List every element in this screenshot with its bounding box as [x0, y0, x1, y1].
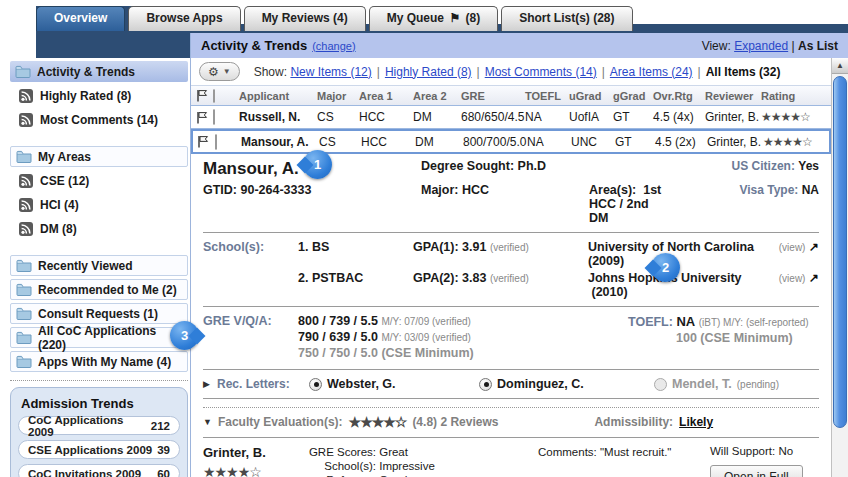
sidebar-item-dm[interactable]: DM (8) [13, 218, 188, 239]
table-header: Applicant Major Area 1 Area 2 GRE TOEFL … [191, 85, 831, 106]
row-checkbox[interactable] [215, 134, 217, 150]
view-switcher: View: Expanded | As List [702, 39, 838, 53]
radio-unchecked-icon[interactable] [654, 378, 667, 391]
toefl-minimum: 100 (CSE Minimum) [676, 331, 819, 345]
callout-2: 2 [651, 253, 680, 282]
divider [203, 437, 819, 438]
rec-letter-webster[interactable]: Webster, G. [309, 377, 479, 391]
radio-checked-icon[interactable] [479, 378, 492, 391]
tab-my-queue-count: (8) [465, 11, 480, 25]
trend-label: CoC Applications 2009 [28, 414, 151, 438]
review-comment: Comments: "Must recruit." [483, 445, 698, 477]
view-link[interactable]: (view) [779, 273, 806, 284]
settings-dropdown-button[interactable]: ⚙ ▼ [199, 62, 240, 81]
sidebar-item-activity-trends[interactable]: Activity & Trends [10, 61, 188, 82]
sidebar-item-highly-rated[interactable]: Highly Rated (8) [13, 85, 188, 106]
table-row[interactable]: Russell, N. CS HCC DM 680/650/4.5 NA Uof… [191, 106, 831, 129]
filter-area-items[interactable]: Area Items (24) [610, 65, 693, 79]
trend-label: CoC Invitations 2009 [28, 468, 141, 477]
col-ovr-rtg[interactable]: Ovr.Rtg [653, 90, 705, 102]
tab-overview[interactable]: Overview [36, 6, 125, 31]
main-panel: Activity & Trends (change) View: Expande… [190, 33, 848, 477]
sidebar-item-label: Highly Rated (8) [40, 89, 131, 103]
rec-letter-dominguez[interactable]: Dominguez, C. [479, 377, 654, 391]
citizen-label: US Citizen: [732, 159, 795, 173]
sidebar-item-hci[interactable]: HCI (4) [13, 194, 188, 215]
toefl-label: TOEFL: [628, 315, 673, 329]
rss-icon [18, 198, 34, 212]
select-all-checkbox[interactable] [213, 89, 215, 103]
faculty-label: Faculty Evaluation(s): [218, 415, 343, 429]
sidebar-item-label: Apps With My Name (4) [38, 355, 171, 369]
sidebar-item-recommended[interactable]: Recommended to Me (2) [10, 279, 188, 300]
toefl-value: NA [676, 314, 695, 329]
filter-highly-rated[interactable]: Highly Rated (8) [385, 65, 472, 79]
folder-icon [16, 331, 32, 344]
chevron-down-icon: ▼ [223, 67, 231, 76]
citizen-value: Yes [798, 159, 819, 173]
filter-new-items[interactable]: New Items (12) [290, 65, 371, 79]
col-applicant[interactable]: Applicant [239, 90, 317, 102]
view-expanded-link[interactable]: Expanded [734, 39, 788, 53]
filter-most-comments[interactable]: Most Comments (14) [485, 65, 597, 79]
areas-label: Area(s): [589, 183, 636, 197]
tab-browse-apps[interactable]: Browse Apps [128, 6, 240, 31]
col-rating[interactable]: Rating [761, 90, 831, 102]
faculty-stars: ★★★★☆ [349, 414, 407, 430]
change-link[interactable]: (change) [312, 40, 355, 52]
divider [203, 232, 819, 233]
admissibility-value: Likely [679, 415, 713, 429]
vertical-scrollbar[interactable]: ▲ [831, 58, 848, 477]
collapse-arrow-icon[interactable]: ▶ [203, 379, 217, 389]
scroll-up-arrow-icon[interactable]: ▲ [832, 58, 848, 74]
gre-date: M/Y: 03/09 (verified) [381, 332, 470, 343]
folder-icon [16, 355, 32, 368]
rec-letter-mendel[interactable]: Mendel, T. (pending) [654, 377, 779, 391]
filter-separator: | [377, 65, 380, 79]
col-gre[interactable]: GRE [461, 90, 525, 102]
cell-gre: 680/650/4.5 [461, 110, 525, 124]
trend-row-cse-applications[interactable]: CSE Applications 2009 39 [18, 440, 180, 459]
table-row-selected[interactable]: Mansour, A. CS HCC DM 800/700/5.0 NA UNC… [191, 129, 831, 154]
rec-letter-name: Mendel, T. [672, 377, 732, 391]
visa-value: NA [802, 183, 819, 197]
tab-short-lists[interactable]: Short List(s) (28) [501, 6, 632, 31]
sidebar-item-apps-with-my-name[interactable]: Apps With My Name (4) [10, 351, 188, 372]
view-link[interactable]: (view) [779, 242, 806, 253]
external-link-icon[interactable]: ↗ [809, 271, 819, 285]
radio-checked-icon[interactable] [309, 378, 322, 391]
external-link-icon[interactable]: ↗ [809, 240, 819, 254]
rss-icon [18, 222, 34, 236]
row-checkbox[interactable] [213, 109, 215, 125]
cell-ovr-rtg: 4.5 (4x) [653, 110, 705, 124]
flag-icon[interactable] [191, 111, 213, 124]
cell-reviewer: Grinter, B. [705, 110, 761, 124]
cell-ggrad: GT [615, 135, 655, 149]
sidebar-item-recently-viewed[interactable]: Recently Viewed [10, 255, 188, 276]
col-toefl[interactable]: TOEFL [525, 90, 569, 102]
col-area2[interactable]: Area 2 [413, 90, 461, 102]
expand-arrow-icon[interactable]: ▼ [203, 417, 212, 427]
col-area1[interactable]: Area 1 [359, 90, 413, 102]
filter-bar: ⚙ ▼ Show: New Items (12) | Highly Rated … [191, 58, 831, 85]
trend-row-coc-invitations[interactable]: CoC Invitations 2009 60 [18, 464, 180, 477]
col-ugrad[interactable]: uGrad [569, 90, 613, 102]
col-reviewer[interactable]: Reviewer [705, 90, 761, 102]
admission-trends-panel: Admission Trends CoC Applications 2009 2… [10, 387, 188, 477]
sidebar-item-consult-requests[interactable]: Consult Requests (1) [10, 303, 188, 324]
sidebar-item-cse[interactable]: CSE (12) [13, 170, 188, 191]
faculty-evaluations-header: ▼ Faculty Evaluation(s): ★★★★☆ (4.8) 2 R… [203, 414, 819, 430]
sidebar-item-all-coc-applications[interactable]: All CoC Applications (220) [10, 327, 188, 348]
tab-my-reviews[interactable]: My Reviews (4) [244, 6, 366, 31]
sidebar-item-my-areas[interactable]: My Areas [10, 146, 188, 167]
sidebar-item-most-comments[interactable]: Most Comments (14) [13, 109, 188, 130]
gpa-verified: (verified) [490, 273, 529, 284]
col-major[interactable]: Major [317, 90, 359, 102]
scrollbar-thumb[interactable] [833, 76, 847, 428]
tab-my-queue[interactable]: My Queue ⚑ (8) [369, 6, 498, 31]
open-in-full-button[interactable]: Open in Full [710, 465, 803, 477]
flag-icon[interactable] [193, 135, 215, 148]
col-ggrad[interactable]: gGrad [613, 90, 653, 102]
trend-row-coc-applications[interactable]: CoC Applications 2009 212 [18, 416, 180, 435]
sidebar-item-label: Recently Viewed [38, 259, 133, 273]
